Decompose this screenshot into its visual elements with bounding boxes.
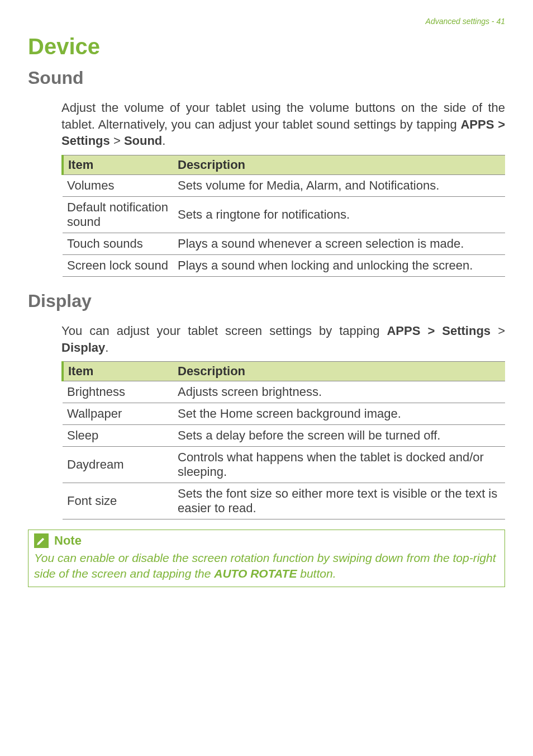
cell-item: Default notification sound [63, 197, 173, 233]
cell-desc: Controls what happens when the tablet is… [173, 447, 505, 483]
label-apps: APPS [460, 117, 494, 131]
table-row: Wallpaper Set the Home screen background… [63, 403, 505, 425]
display-table: Item Description Brightness Adjusts scre… [61, 361, 505, 519]
cell-item: Touch sounds [63, 233, 173, 255]
cell-desc: Sets the font size so either more text i… [173, 483, 505, 519]
cell-item: Wallpaper [63, 403, 173, 425]
label-auto-rotate: AUTO ROTATE [214, 567, 297, 580]
sound-table: Item Description Volumes Sets volume for… [61, 155, 505, 277]
spacer [28, 277, 505, 291]
separator: > [491, 324, 505, 338]
text: . [162, 134, 165, 148]
text: Adjust the volume of your tablet using t… [61, 101, 505, 131]
table-row: Default notification sound Sets a ringto… [63, 197, 505, 233]
table-row: Brightness Adjusts screen brightness. [63, 381, 505, 403]
text: . [105, 341, 108, 355]
label-sound: Sound [124, 134, 162, 148]
note-body: You can enable or disable the screen rot… [28, 548, 505, 587]
cell-item: Font size [63, 483, 173, 519]
cell-desc: Set the Home screen background image. [173, 403, 505, 425]
note-box: Note You can enable or disable the scree… [28, 530, 505, 587]
cell-item: Volumes [63, 175, 173, 197]
col-item: Item [63, 155, 173, 175]
note-title: Note [54, 533, 82, 548]
label-settings: Settings [61, 134, 110, 148]
cell-desc: Sets a ringtone for notifications. [173, 197, 505, 233]
heading-device: Device [28, 34, 505, 59]
page-header: Advanced settings - 41 [28, 17, 505, 26]
label-settings: Settings [442, 324, 491, 338]
cell-item: Sleep [63, 425, 173, 447]
col-description: Description [173, 362, 505, 381]
table-header-row: Item Description [63, 155, 505, 175]
separator: > [110, 134, 124, 148]
heading-display: Display [28, 291, 505, 311]
table-row: Touch sounds Plays a sound whenever a sc… [63, 233, 505, 255]
col-description: Description [173, 155, 505, 175]
cell-item: Daydream [63, 447, 173, 483]
display-intro: You can adjust your tablet screen settin… [28, 323, 505, 356]
page: Advanced settings - 41 Device Sound Adju… [0, 0, 533, 756]
cell-item: Screen lock sound [63, 255, 173, 277]
table-row: Sleep Sets a delay before the screen wil… [63, 425, 505, 447]
table-header-row: Item Description [63, 362, 505, 381]
table-row: Daydream Controls what happens when the … [63, 447, 505, 483]
pencil-icon [34, 533, 49, 548]
cell-desc: Plays a sound whenever a screen selectio… [173, 233, 505, 255]
cell-desc: Plays a sound when locking and unlocking… [173, 255, 505, 277]
table-row: Volumes Sets volume for Media, Alarm, an… [63, 175, 505, 197]
label-display: Display [61, 341, 105, 355]
heading-sound: Sound [28, 68, 505, 88]
note-header: Note [28, 530, 505, 548]
label-apps: APPS [387, 324, 420, 338]
cell-desc: Sets a delay before the screen will be t… [173, 425, 505, 447]
separator: > [420, 324, 442, 338]
table-row: Font size Sets the font size so either m… [63, 483, 505, 519]
text: You can adjust your tablet screen settin… [61, 324, 387, 338]
separator: > [494, 117, 505, 131]
col-item: Item [63, 362, 173, 381]
table-row: Screen lock sound Plays a sound when loc… [63, 255, 505, 277]
cell-desc: Adjusts screen brightness. [173, 381, 505, 403]
cell-item: Brightness [63, 381, 173, 403]
text: button. [297, 567, 336, 580]
cell-desc: Sets volume for Media, Alarm, and Notifi… [173, 175, 505, 197]
sound-intro: Adjust the volume of your tablet using t… [28, 100, 505, 149]
